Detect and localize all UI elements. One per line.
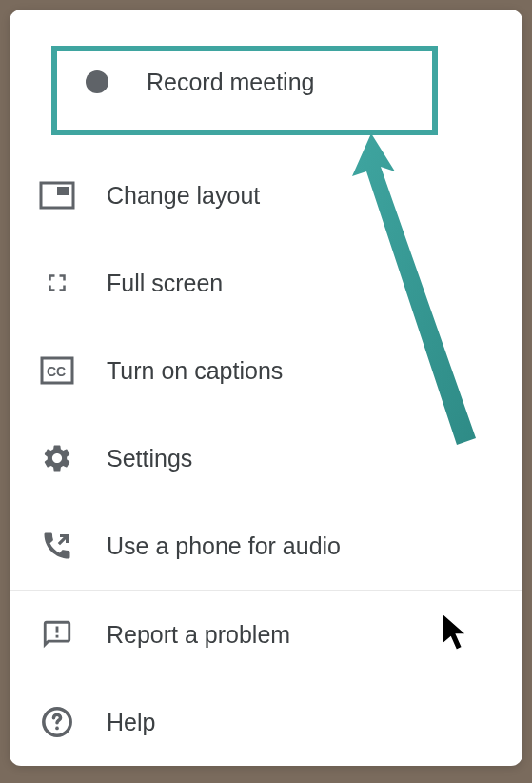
feedback-icon: [36, 613, 78, 655]
help-icon: [36, 701, 78, 743]
svg-point-8: [55, 727, 59, 731]
change-layout-item[interactable]: Change layout: [10, 151, 522, 239]
report-problem-item[interactable]: Report a problem: [10, 591, 522, 678]
svg-rect-2: [57, 187, 69, 195]
phone-icon: [36, 525, 78, 567]
svg-rect-6: [56, 635, 59, 638]
record-meeting-item[interactable]: Record meeting: [10, 10, 522, 151]
fullscreen-label: Full screen: [107, 270, 223, 297]
settings-icon: [36, 437, 78, 479]
captions-icon: CC: [36, 350, 78, 392]
record-icon: [76, 61, 118, 103]
more-options-menu: Record meeting Change layout Full screen: [10, 10, 522, 766]
report-label: Report a problem: [107, 621, 290, 649]
svg-rect-5: [56, 627, 59, 633]
captions-label: Turn on captions: [107, 357, 283, 385]
help-label: Help: [107, 709, 155, 736]
fullscreen-item[interactable]: Full screen: [10, 239, 522, 327]
layout-icon: [36, 174, 78, 216]
phone-audio-item[interactable]: Use a phone for audio: [10, 502, 522, 590]
settings-item[interactable]: Settings: [10, 414, 522, 502]
settings-label: Settings: [107, 445, 192, 472]
menu-section-2: Change layout Full screen CC Turn on cap…: [10, 151, 522, 590]
svg-point-0: [86, 70, 108, 93]
layout-label: Change layout: [107, 182, 260, 210]
menu-section-1: Record meeting: [10, 10, 522, 151]
phone-label: Use a phone for audio: [107, 532, 341, 560]
svg-text:CC: CC: [47, 364, 66, 379]
help-item[interactable]: Help: [10, 678, 522, 766]
captions-item[interactable]: CC Turn on captions: [10, 327, 522, 414]
fullscreen-icon: [36, 262, 78, 304]
menu-section-3: Report a problem Help: [10, 591, 522, 766]
record-label: Record meeting: [147, 69, 314, 96]
